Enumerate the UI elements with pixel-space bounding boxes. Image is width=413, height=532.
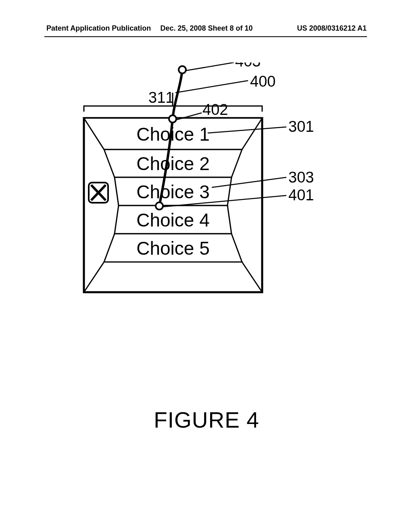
point-402: [169, 115, 176, 123]
choice-3-label: Choice 3: [136, 181, 210, 202]
patent-figure: Choice 1 Choice 2 Choice 3 Choice 4 Choi…: [69, 62, 343, 324]
header-right: US 2008/0316212 A1: [297, 24, 367, 33]
ref-403: 403: [235, 62, 261, 70]
leader-400: [175, 81, 248, 93]
ref-303: 303: [288, 169, 314, 186]
ref-400: 400: [250, 73, 275, 90]
ref-402: 402: [202, 101, 228, 118]
leader-403: [186, 62, 234, 71]
figure-caption: FIGURE 4: [0, 407, 413, 433]
header-left: Patent Application Publication: [46, 24, 151, 33]
choice-2-label: Choice 2: [136, 153, 210, 174]
ref-301: 301: [288, 118, 314, 135]
page-header: Patent Application Publication Dec. 25, …: [0, 24, 413, 33]
choice-1-label: Choice 1: [136, 124, 210, 145]
choice-4-label: Choice 4: [136, 210, 210, 231]
header-center: Dec. 25, 2008 Sheet 8 of 10: [160, 24, 252, 33]
point-403: [179, 66, 186, 73]
ref-311: 311: [148, 89, 174, 106]
point-401: [156, 202, 163, 210]
ref-401: 401: [288, 187, 314, 204]
close-box: [89, 183, 108, 203]
header-rule: [44, 36, 367, 37]
figure-svg: Choice 1 Choice 2 Choice 3 Choice 4 Choi…: [69, 62, 343, 324]
choice-5-label: Choice 5: [136, 238, 210, 259]
